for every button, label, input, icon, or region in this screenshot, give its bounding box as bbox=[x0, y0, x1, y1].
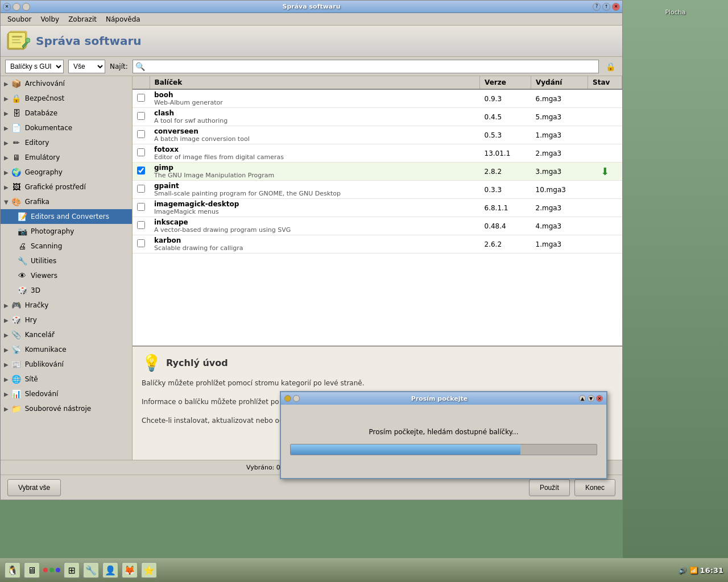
sidebar-item-grafika[interactable]: ▼ 🎨 Grafika bbox=[1, 194, 132, 209]
sidebar-item-utilities[interactable]: 🔧 Utilities bbox=[1, 253, 132, 268]
package-version: 6.8.1.1 bbox=[480, 199, 531, 217]
quick-intro-title: Rychlý úvod bbox=[166, 357, 228, 368]
maximize-button[interactable] bbox=[22, 3, 30, 11]
quick-intro-text1: Balíčky můžete prohlížet pomocí stromu k… bbox=[142, 378, 613, 389]
menu-volby[interactable]: Volby bbox=[36, 14, 64, 24]
col-package[interactable]: Balíček bbox=[150, 76, 480, 89]
sidebar-item-souborove[interactable]: ▶ 📁 Souborové nástroje bbox=[1, 401, 132, 416]
taskbar-btn-monitor[interactable]: 🖥 bbox=[24, 562, 40, 578]
col-status[interactable]: Stav bbox=[588, 76, 622, 89]
sidebar-item-scanning[interactable]: 🖨 Scanning bbox=[1, 239, 132, 253]
sidebar-item-komunikace[interactable]: ▶ 📡 Komunikace bbox=[1, 342, 132, 357]
sidebar-item-sledovani[interactable]: ▶ 📊 Sledování bbox=[1, 386, 132, 401]
package-checkbox[interactable] bbox=[137, 203, 145, 211]
desktop-icon-plocha[interactable]: Plocha bbox=[662, 6, 688, 19]
taskbar-btn-penguin[interactable]: 🐧 bbox=[5, 562, 20, 578]
dialog-body: Prosím počkejte, hledám dostupné balíčky… bbox=[281, 405, 606, 478]
sidebar-item-kancelar[interactable]: ▶ 📎 Kancelář bbox=[1, 327, 132, 342]
expand-arrow: ▶ bbox=[4, 332, 9, 338]
select-all-button[interactable]: Vybrat vše bbox=[7, 479, 61, 496]
scope-select[interactable]: Vše Název bbox=[68, 60, 105, 73]
package-release: 2.mga3 bbox=[531, 199, 588, 217]
close-button-right[interactable]: ✕ bbox=[612, 3, 620, 11]
dialog-minimize[interactable] bbox=[284, 395, 291, 402]
dialog-up[interactable]: ▲ bbox=[579, 395, 586, 402]
taskbar-btn-tools[interactable]: 🔧 bbox=[83, 562, 99, 578]
taskbar-btn-firefox[interactable]: 🦊 bbox=[122, 562, 138, 578]
close-button[interactable]: ✕ bbox=[3, 3, 11, 11]
menu-soubor[interactable]: Soubor bbox=[3, 14, 36, 24]
scanning-icon: 🖨 bbox=[16, 240, 28, 252]
package-checkbox[interactable] bbox=[137, 185, 145, 193]
expand-arrow: ▶ bbox=[4, 155, 9, 161]
sidebar-item-viewers[interactable]: 👁 Viewers bbox=[1, 268, 132, 283]
help-button[interactable]: ? bbox=[593, 3, 601, 11]
hry-icon: 🎲 bbox=[11, 314, 22, 326]
taskbar-btn-grid[interactable]: ⊞ bbox=[64, 562, 80, 578]
expand-arrow: ▶ bbox=[4, 95, 9, 102]
dialog-close[interactable]: ✕ bbox=[596, 395, 603, 402]
package-checkbox[interactable] bbox=[137, 112, 145, 120]
sidebar-item-emulatory[interactable]: ▶ 🖥 Emulátory bbox=[1, 150, 132, 165]
sidebar-label: Emulátory bbox=[25, 153, 60, 161]
dialog-btn2[interactable] bbox=[293, 395, 300, 402]
dialog-close-btns: ▲ ▼ ✕ bbox=[579, 395, 603, 402]
package-checkbox[interactable] bbox=[137, 94, 145, 102]
package-desc: A tool for swf authoring bbox=[154, 117, 475, 124]
dialog-title: Prosím počkejte bbox=[411, 395, 468, 402]
package-checkbox[interactable] bbox=[137, 148, 145, 156]
package-checkbox[interactable] bbox=[137, 221, 145, 229]
taskbar-btn-star[interactable]: ⭐ bbox=[141, 562, 157, 578]
package-checkbox[interactable] bbox=[137, 167, 145, 174]
col-version[interactable]: Verze bbox=[480, 76, 531, 89]
sidebar-item-dokumentace[interactable]: ▶ 📄 Dokumentace bbox=[1, 120, 132, 135]
sidebar-item-bezpecnost[interactable]: ▶ 🔒 Bezpečnost bbox=[1, 91, 132, 106]
package-desc: A vector-based drawing program using SVG bbox=[154, 226, 475, 234]
komunikace-icon: 📡 bbox=[11, 344, 22, 355]
apply-button[interactable]: Použít bbox=[529, 479, 570, 496]
sidebar-item-publikovani[interactable]: ▶ 📰 Publikování bbox=[1, 357, 132, 372]
table-row: inkscapeA vector-based drawing program u… bbox=[133, 217, 622, 235]
table-row: gimpThe GNU Image Manipulation Program2.… bbox=[133, 163, 622, 181]
sidebar-label: Grafické prostředí bbox=[25, 183, 86, 191]
expand-arrow: ▶ bbox=[4, 140, 9, 146]
sidebar-item-site[interactable]: ▶ 🌐 Sítě bbox=[1, 372, 132, 386]
taskbar-btn-person[interactable]: 👤 bbox=[102, 562, 118, 578]
menu-napoveda[interactable]: Nápověda bbox=[101, 14, 145, 24]
package-checkbox[interactable] bbox=[137, 130, 145, 138]
package-release: 3.mga3 bbox=[531, 163, 588, 181]
sidebar-item-archivovani[interactable]: ▶ 📦 Archivování bbox=[1, 76, 132, 91]
sidebar-item-editors-converters[interactable]: 📝 Editors and Converters bbox=[1, 209, 132, 224]
sidebar-item-hry[interactable]: ▶ 🎲 Hry bbox=[1, 313, 132, 327]
package-checkbox[interactable] bbox=[137, 239, 145, 247]
menu-zobrazit[interactable]: Zobrazit bbox=[64, 14, 101, 24]
table-row: imagemagick-desktopImageMagick menus6.8.… bbox=[133, 199, 622, 217]
close-button[interactable]: Konec bbox=[574, 479, 615, 496]
progress-bar-fill bbox=[291, 444, 520, 455]
package-version: 0.48.4 bbox=[480, 217, 531, 235]
sidebar-item-photography[interactable]: 📷 Photography bbox=[1, 224, 132, 239]
package-desc: Scalable drawing for calligra bbox=[154, 244, 475, 252]
sidebar-label: Bezpečnost bbox=[25, 94, 64, 102]
sidebar-label: Komunikace bbox=[25, 346, 67, 354]
sidebar-item-editory[interactable]: ▶ ✏ Editory bbox=[1, 135, 132, 150]
sidebar-item-hracky[interactable]: ▶ 🎮 Hračky bbox=[1, 298, 132, 313]
sidebar-item-graficke[interactable]: ▶ 🖼 Grafické prostředí bbox=[1, 180, 132, 194]
sidebar-item-3d[interactable]: 🎲 3D bbox=[1, 283, 132, 298]
sidebar-item-geography[interactable]: ▶ 🌍 Geography bbox=[1, 165, 132, 180]
col-check[interactable] bbox=[133, 76, 150, 89]
sidebar-item-databaze[interactable]: ▶ 🗄 Databáze bbox=[1, 106, 132, 120]
expand-arrow: ▶ bbox=[4, 302, 9, 309]
settings-button[interactable]: ↑ bbox=[602, 3, 610, 11]
filter-select[interactable]: Balíčky s GUI Vše bbox=[5, 60, 64, 73]
package-desc: Editor of image files from digital camer… bbox=[154, 153, 475, 161]
table-row: karbonScalable drawing for calligra2.6.2… bbox=[133, 235, 622, 253]
sidebar-label: Geography bbox=[25, 168, 63, 176]
package-list[interactable]: Balíček Verze Vydání Stav boohWeb-Album … bbox=[133, 76, 622, 346]
search-input[interactable] bbox=[147, 60, 598, 73]
dialog-down[interactable]: ▼ bbox=[588, 395, 594, 402]
tray-icon2: 📶 bbox=[690, 567, 698, 574]
table-row: boohWeb-Album generator0.9.36.mga3 bbox=[133, 89, 622, 108]
minimize-button[interactable] bbox=[13, 3, 20, 11]
col-release[interactable]: Vydání bbox=[531, 76, 588, 89]
